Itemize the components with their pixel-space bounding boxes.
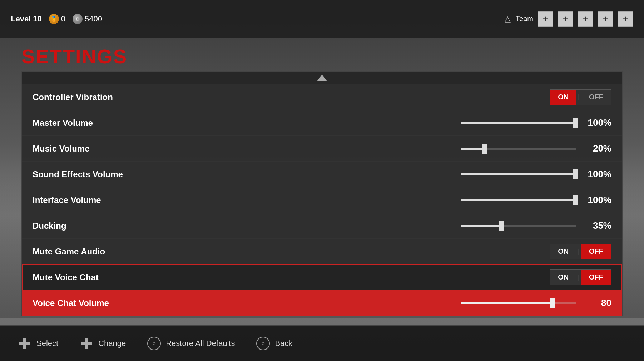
toggle-mute-game-audio[interactable]: ON | OFF (550, 244, 611, 259)
setting-control-interface-volume: 100% (461, 194, 611, 206)
team-label: Team (516, 15, 533, 23)
setting-row-music-volume[interactable]: Music Volume 20% (22, 136, 622, 162)
slider-value-master-volume: 100% (583, 117, 611, 128)
top-right: Team + + + + + (503, 11, 633, 27)
cross-vertical (23, 338, 26, 349)
action-select[interactable]: Select (18, 337, 58, 350)
slider-thumb-voice-chat-volume[interactable] (550, 298, 555, 308)
setting-label-ducking: Ducking (33, 221, 175, 231)
setting-control-controller-vibration: ON | OFF (550, 89, 611, 105)
toggle-on-controller-vibration[interactable]: ON (550, 90, 576, 105)
slider-thumb-music-volume[interactable] (482, 144, 487, 154)
bottom-bar: Select Change ○ Restore All Defaults ○ B… (0, 325, 644, 361)
slider-fill-ducking (461, 225, 501, 227)
slider-track-master-volume[interactable] (461, 122, 576, 124)
change-label: Change (98, 339, 126, 348)
action-back[interactable]: ○ Back (256, 337, 292, 350)
settings-panel: Controller Vibration ON | OFF Master Vol… (21, 71, 623, 316)
page-title: SETTINGS (21, 45, 623, 68)
toggle-off-mute-voice-chat[interactable]: OFF (581, 270, 611, 285)
setting-label-music-volume: Music Volume (33, 144, 175, 154)
back-icon: ○ (256, 337, 270, 350)
slider-thumb-master-volume[interactable] (573, 118, 578, 128)
slider-value-music-volume: 20% (583, 143, 611, 154)
setting-control-master-volume: 100% (461, 117, 611, 128)
slider-master-volume[interactable]: 100% (461, 117, 611, 128)
setting-row-controller-vibration[interactable]: Controller Vibration ON | OFF (22, 84, 622, 110)
toggle-controller-vibration[interactable]: ON | OFF (550, 89, 611, 105)
slider-sound-effects[interactable]: 100% (461, 169, 611, 180)
slider-ducking[interactable]: 35% (461, 220, 611, 231)
slider-track-ducking[interactable] (461, 225, 576, 227)
slider-interface-volume[interactable]: 100% (461, 194, 611, 206)
slider-track-voice-chat-volume[interactable] (461, 302, 576, 304)
arrow-up-icon (317, 75, 327, 81)
setting-label-controller-vibration: Controller Vibration (33, 92, 175, 102)
slider-fill-sound-effects (461, 173, 576, 175)
setting-label-master-volume: Master Volume (33, 118, 175, 128)
restore-icon: ○ (147, 337, 161, 350)
slider-track-music-volume[interactable] (461, 148, 576, 150)
toggle-off-mute-game-audio[interactable]: OFF (581, 244, 611, 259)
slider-value-interface-volume: 100% (583, 194, 611, 206)
currency2-value: 5400 (85, 14, 102, 24)
main-content: SETTINGS Controller Vibration ON | OFF M… (0, 38, 644, 325)
action-restore[interactable]: ○ Restore All Defaults (147, 337, 235, 350)
setting-control-sound-effects: 100% (461, 169, 611, 180)
setting-row-interface-volume[interactable]: Interface Volume 100% (22, 187, 622, 213)
slider-thumb-interface-volume[interactable] (573, 195, 578, 205)
top-bar: Level 10 🏅 0 ⚙ 5400 Team + + + + + (0, 0, 644, 38)
select-label: Select (36, 339, 58, 348)
toggle-off-controller-vibration[interactable]: OFF (581, 90, 611, 105)
setting-row-ducking[interactable]: Ducking 35% (22, 213, 622, 239)
plus-button-1[interactable]: + (538, 11, 553, 27)
slider-track-sound-effects[interactable] (461, 173, 576, 175)
toggle-divider-2: | (576, 248, 581, 255)
select-icon (18, 337, 31, 350)
setting-row-mute-game-audio[interactable]: Mute Game Audio ON | OFF (22, 239, 622, 264)
slider-value-sound-effects: 100% (583, 169, 611, 180)
scroll-up-indicator[interactable] (22, 72, 622, 84)
toggle-on-mute-game-audio[interactable]: ON (550, 244, 576, 259)
plus-button-5[interactable]: + (618, 11, 633, 27)
change-icon (80, 337, 93, 350)
triangle-icon (503, 14, 512, 24)
toggle-divider: | (576, 93, 581, 101)
setting-control-mute-game-audio: ON | OFF (550, 244, 611, 259)
back-label: Back (275, 339, 292, 348)
slider-fill-music-volume (461, 148, 484, 150)
cross-v2 (85, 338, 88, 349)
setting-label-sound-effects: Sound Effects Volume (33, 169, 175, 179)
setting-label-mute-game-audio: Mute Game Audio (33, 247, 175, 257)
setting-row-mute-voice-chat[interactable]: Mute Voice Chat ON | OFF (22, 264, 622, 290)
currency1-value: 0 (61, 14, 65, 24)
plus-button-2[interactable]: + (558, 11, 573, 27)
toggle-mute-voice-chat[interactable]: ON | OFF (550, 269, 611, 285)
toggle-divider-3: | (576, 273, 581, 281)
setting-label-mute-voice-chat: Mute Voice Chat (33, 272, 175, 282)
plus-button-4[interactable]: + (598, 11, 613, 27)
toggle-on-mute-voice-chat[interactable]: ON (550, 270, 576, 285)
setting-control-ducking: 35% (461, 220, 611, 231)
slider-fill-master-volume (461, 122, 576, 124)
plus-button-3[interactable]: + (578, 11, 593, 27)
slider-thumb-ducking[interactable] (499, 221, 504, 231)
slider-fill-interface-volume (461, 199, 576, 201)
slider-fill-voice-chat-volume (461, 302, 553, 304)
action-change[interactable]: Change (80, 337, 126, 350)
setting-label-interface-volume: Interface Volume (33, 195, 175, 205)
setting-control-voice-chat-volume: 80 (461, 297, 611, 308)
slider-thumb-sound-effects[interactable] (573, 169, 578, 179)
setting-row-voice-chat-volume[interactable]: Voice Chat Volume 80 (22, 290, 622, 316)
restore-label: Restore All Defaults (166, 339, 235, 348)
setting-row-master-volume[interactable]: Master Volume 100% (22, 110, 622, 136)
gear-icon: ⚙ (73, 14, 83, 24)
slider-voice-chat-volume[interactable]: 80 (461, 297, 611, 308)
setting-label-voice-chat-volume: Voice Chat Volume (33, 298, 175, 308)
setting-control-music-volume: 20% (461, 143, 611, 154)
slider-track-interface-volume[interactable] (461, 199, 576, 201)
currency1: 🏅 0 (49, 14, 65, 24)
slider-music-volume[interactable]: 20% (461, 143, 611, 154)
team-section: Team (503, 14, 533, 24)
setting-row-sound-effects[interactable]: Sound Effects Volume 100% (22, 162, 622, 187)
